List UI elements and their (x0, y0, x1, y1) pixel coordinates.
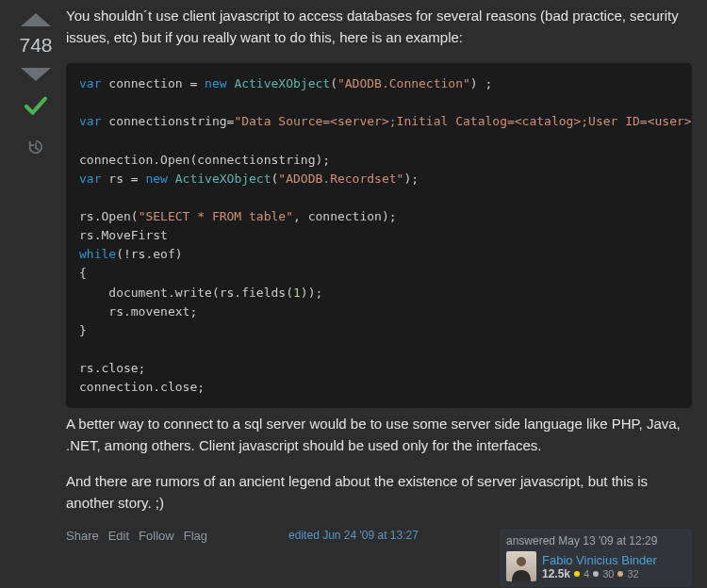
author-name[interactable]: Fabio Vinicius Binder (542, 553, 657, 567)
silver-badge-icon (593, 571, 599, 577)
post-actions-row: Share Edit Follow Flag edited Jun 24 '09… (66, 529, 692, 587)
silver-badge-count: 30 (602, 568, 614, 580)
answer-paragraph: You shouldn´t use client javascript to a… (66, 6, 692, 48)
gold-badge-count: 4 (584, 568, 589, 580)
svg-point-0 (517, 557, 526, 566)
downvote-button[interactable] (19, 66, 53, 85)
avatar[interactable] (506, 551, 536, 581)
vote-column: 748 (15, 0, 57, 587)
edit-link[interactable]: Edit (108, 529, 129, 543)
answered-timestamp: answered May 13 '09 at 12:29 (506, 534, 685, 547)
gold-badge-icon (574, 571, 580, 577)
vote-score: 748 (19, 32, 52, 62)
answer-content: You shouldn´t use client javascript to a… (57, 0, 692, 587)
reputation-score: 12.5k (542, 567, 570, 580)
bronze-badge-count: 32 (627, 568, 638, 580)
answer-post: 748 You shouldn´t use client javascript … (0, 0, 707, 587)
author-usercard: answered May 13 '09 at 12:29 Fabio Vinic… (500, 529, 692, 587)
post-history-icon[interactable] (27, 139, 44, 158)
share-link[interactable]: Share (66, 529, 99, 543)
flag-link[interactable]: Flag (184, 529, 207, 543)
answer-paragraph: A better way to connect to a sql server … (66, 414, 692, 456)
bronze-badge-icon (617, 571, 623, 577)
answer-paragraph: And there are rumors of an ancient legen… (66, 471, 692, 514)
edited-timestamp[interactable]: edited Jun 24 '09 at 13:27 (288, 529, 419, 542)
code-block[interactable]: var connection = new ActiveXObject("ADOD… (66, 63, 692, 408)
reputation-line: 12.5k 4 30 32 (542, 567, 657, 580)
upvote-button[interactable] (19, 9, 53, 28)
accepted-check-icon (22, 92, 50, 123)
action-links: Share Edit Follow Flag (66, 529, 207, 543)
follow-link[interactable]: Follow (139, 529, 174, 543)
